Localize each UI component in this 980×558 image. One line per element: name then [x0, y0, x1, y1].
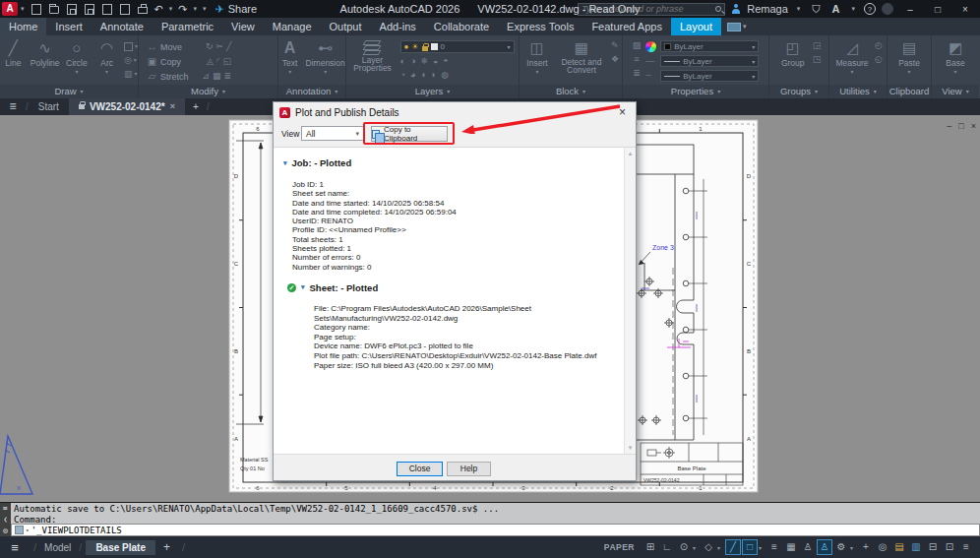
layer-thaw-all-icon[interactable]: ◖: [420, 70, 425, 81]
help-search[interactable]: [578, 3, 725, 16]
new-file-icon[interactable]: [31, 4, 41, 15]
circle-tool[interactable]: ○Circle▾: [64, 38, 91, 75]
panel-groups-label[interactable]: Groups▾: [769, 85, 828, 98]
group-tool[interactable]: ◰Group: [777, 38, 809, 68]
new-tab-button[interactable]: +: [185, 98, 207, 115]
viewport-restore-icon[interactable]: □: [958, 121, 963, 131]
command-recent-caret-icon[interactable]: ▾: [26, 527, 30, 533]
array-icon[interactable]: ▦: [213, 71, 221, 82]
layer-lock-tool-icon[interactable]: ◒: [433, 56, 438, 67]
close-button[interactable]: ×: [954, 4, 976, 15]
ribbon-display-toggle[interactable]: ▾: [727, 18, 747, 35]
linetype-dropdown[interactable]: ByLayer▾: [660, 70, 759, 82]
lineweight-display-icon[interactable]: ≡: [766, 539, 782, 555]
rotate-icon[interactable]: ↻: [206, 41, 214, 52]
qat-customize-caret-icon[interactable]: ▾: [203, 5, 207, 13]
hardware-acceleration-icon[interactable]: ▥: [908, 539, 924, 555]
color-dropdown[interactable]: ByLayer▾: [660, 40, 759, 52]
match-properties-icon[interactable]: ▨: [633, 40, 642, 51]
workspace-caret-icon[interactable]: ▾: [850, 544, 857, 551]
explode-icon[interactable]: ◱: [222, 56, 231, 67]
dimension-tool[interactable]: ⊷Dimension▾: [305, 38, 345, 75]
copy-tool[interactable]: ▣Copy◬◜◱: [147, 54, 231, 69]
tab-express-tools[interactable]: Express Tools: [498, 18, 582, 35]
text-tool[interactable]: AText▾: [278, 38, 301, 75]
layer-state-icon[interactable]: ◍: [441, 70, 449, 81]
print-icon[interactable]: [138, 7, 148, 14]
base-tool[interactable]: ◩Base▾: [941, 38, 970, 75]
autodesk-logo-icon[interactable]: A: [832, 3, 840, 15]
layout-tab-base-plate[interactable]: Base Plate: [86, 540, 155, 555]
panel-layers-label[interactable]: Layers▾: [346, 85, 519, 98]
annotation-scale-icon[interactable]: ♙: [817, 539, 832, 555]
command-customize-icon[interactable]: ⚙: [3, 527, 8, 535]
isometric-caret-icon[interactable]: ▾: [717, 544, 724, 551]
osnap-caret-icon[interactable]: ▾: [759, 544, 766, 551]
stretch-tool[interactable]: ▱Stretch⊿▦≣: [147, 69, 231, 84]
graphics-performance-icon[interactable]: ▤: [891, 539, 907, 555]
new-layout-button[interactable]: +: [163, 540, 170, 554]
job-section-header[interactable]: ▾ Job: - Plotted: [283, 157, 636, 168]
tab-view[interactable]: View: [222, 18, 264, 35]
dialog-close-action-button[interactable]: Close: [397, 462, 443, 476]
detect-convert-tool[interactable]: ▦Detect and Convert: [556, 38, 607, 74]
redo-icon[interactable]: ↷: [178, 3, 187, 16]
panel-properties-label[interactable]: Properties▾: [623, 85, 768, 98]
search-icon[interactable]: [715, 6, 721, 12]
polar-caret-icon[interactable]: ▾: [693, 544, 700, 551]
scale-icon[interactable]: ⊿: [203, 71, 211, 82]
layer-properties-tool[interactable]: Layer Properties: [351, 38, 395, 72]
layer-unisolate-icon[interactable]: ◕: [410, 70, 415, 81]
customization-menu-icon[interactable]: ≡: [958, 539, 974, 555]
dialog-titlebar[interactable]: A Plot and Publish Details ×: [274, 102, 636, 122]
tab-layout[interactable]: Layout: [671, 18, 721, 35]
group-edit-icon[interactable]: ◳: [813, 54, 822, 65]
lineweight-dropdown[interactable]: ByLayer▾: [660, 55, 759, 67]
plot-status-icon[interactable]: ⊟: [925, 539, 941, 555]
panel-draw-label[interactable]: Draw▾: [0, 85, 138, 98]
move-tool[interactable]: ↔Move↻✂╱: [147, 39, 232, 54]
tab-featured-apps[interactable]: Featured Apps: [582, 18, 671, 35]
open-file-icon[interactable]: [49, 6, 59, 14]
insert-tool[interactable]: ◫Insert▾: [522, 38, 552, 75]
file-tab-menu-icon[interactable]: ≡: [0, 98, 26, 115]
mirror-icon[interactable]: ◬: [207, 56, 214, 67]
layer-isolate-icon[interactable]: ◑: [410, 56, 415, 67]
autodesk-menu-caret-icon[interactable]: ▾: [851, 5, 855, 13]
ortho-mode-icon[interactable]: ∟: [659, 539, 675, 555]
tab-home[interactable]: Home: [0, 18, 46, 35]
annotation-visibility-icon[interactable]: ♙: [800, 539, 816, 555]
search-input[interactable]: [582, 4, 715, 14]
app-menu-caret-icon[interactable]: ▾: [21, 5, 25, 13]
model-tab[interactable]: Model: [40, 542, 75, 553]
ellipse-icon[interactable]: ◎: [124, 55, 132, 66]
sheet-section-header[interactable]: ✓ ▾ Sheet: - Plotted: [287, 282, 636, 293]
paste-tool[interactable]: ▤Paste▾: [894, 38, 924, 75]
layout-tab-menu-icon[interactable]: ≡: [0, 540, 30, 555]
panel-clipboard-label[interactable]: Clipboard: [888, 85, 931, 98]
command-history-icon[interactable]: ≡: [3, 504, 8, 513]
ungroup-icon[interactable]: ◲: [813, 40, 822, 51]
minimize-button[interactable]: –: [899, 4, 921, 15]
id-point-icon[interactable]: ◵: [875, 54, 883, 65]
panel-utilities-label[interactable]: Utilities▾: [829, 85, 887, 98]
panel-block-label[interactable]: Block▾: [520, 85, 622, 98]
viewport-minimize-icon[interactable]: –: [947, 121, 951, 131]
lineweight-list-icon[interactable]: ≡: [634, 54, 639, 65]
redo-caret-icon[interactable]: ▾: [193, 5, 197, 13]
isolate-objects-icon[interactable]: ◎: [875, 539, 890, 555]
command-collapse-icon[interactable]: ❮: [3, 516, 7, 524]
command-input[interactable]: [31, 526, 976, 535]
file-tab-document[interactable]: VW252-02-0142* ×: [69, 98, 185, 115]
user-avatar-icon[interactable]: [731, 4, 741, 14]
user-menu-caret-icon[interactable]: ▾: [797, 5, 801, 13]
snap-mode-icon[interactable]: ⊞: [643, 539, 658, 555]
layer-prev-icon[interactable]: ◔: [400, 70, 405, 81]
layer-dropdown[interactable]: ● ☀ 0 ▾: [400, 40, 515, 53]
viewport-close-icon[interactable]: ×: [971, 121, 976, 131]
color-wheel-icon[interactable]: [645, 41, 656, 52]
dialog-scrollbar[interactable]: ▴ ▾: [624, 148, 636, 454]
block-edit-icon[interactable]: ✎: [611, 40, 619, 51]
tab-parametric[interactable]: Parametric: [153, 18, 222, 35]
share-button[interactable]: ✈ Share: [215, 3, 258, 16]
